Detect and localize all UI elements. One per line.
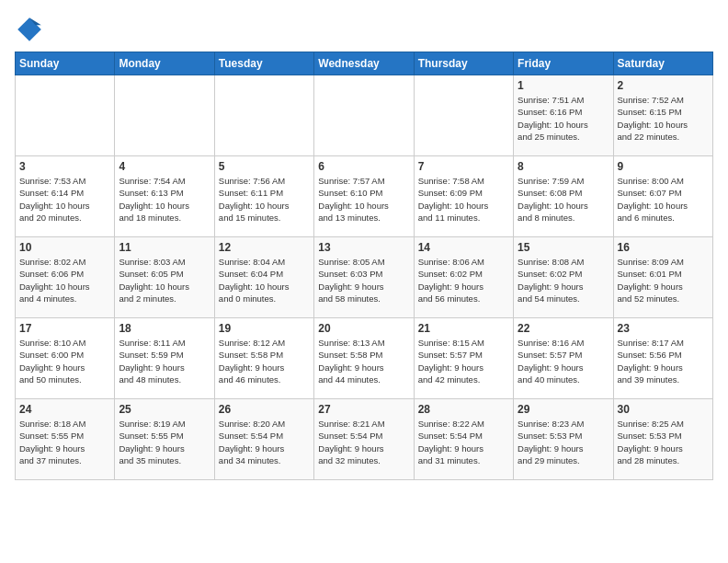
day-cell: 14Sunrise: 8:06 AM Sunset: 6:02 PM Dayli… [414,237,513,318]
day-number: 21 [418,322,509,335]
header-cell-friday: Friday [514,52,613,75]
day-number: 20 [318,322,409,335]
day-number: 7 [418,160,509,173]
day-number: 24 [19,403,110,416]
day-cell: 21Sunrise: 8:15 AM Sunset: 5:57 PM Dayli… [414,318,513,399]
day-number: 13 [318,241,409,254]
day-info: Sunrise: 7:54 AM Sunset: 6:13 PM Dayligh… [119,175,210,224]
day-cell: 9Sunrise: 8:00 AM Sunset: 6:07 PM Daylig… [613,156,712,237]
day-cell: 4Sunrise: 7:54 AM Sunset: 6:13 PM Daylig… [115,156,214,237]
day-cell: 16Sunrise: 8:09 AM Sunset: 6:01 PM Dayli… [613,237,712,318]
header-cell-thursday: Thursday [414,52,513,75]
day-info: Sunrise: 8:22 AM Sunset: 5:54 PM Dayligh… [418,418,509,466]
day-info: Sunrise: 8:00 AM Sunset: 6:07 PM Dayligh… [618,175,709,224]
calendar-header: SundayMondayTuesdayWednesdayThursdayFrid… [16,52,713,75]
day-info: Sunrise: 8:16 AM Sunset: 5:57 PM Dayligh… [518,337,609,385]
day-cell: 13Sunrise: 8:05 AM Sunset: 6:03 PM Dayli… [314,237,414,318]
day-info: Sunrise: 8:12 AM Sunset: 5:58 PM Dayligh… [219,337,310,385]
day-number: 23 [618,322,709,335]
day-cell: 24Sunrise: 8:18 AM Sunset: 5:55 PM Dayli… [16,399,115,480]
week-row-3: 10Sunrise: 8:02 AM Sunset: 6:06 PM Dayli… [16,237,713,318]
day-info: Sunrise: 8:18 AM Sunset: 5:55 PM Dayligh… [19,418,110,466]
week-row-2: 3Sunrise: 7:53 AM Sunset: 6:14 PM Daylig… [16,156,713,237]
day-info: Sunrise: 8:19 AM Sunset: 5:55 PM Dayligh… [119,418,210,466]
day-info: Sunrise: 8:08 AM Sunset: 6:02 PM Dayligh… [518,256,609,304]
day-number: 28 [418,403,509,416]
day-cell: 20Sunrise: 8:13 AM Sunset: 5:58 PM Dayli… [314,318,414,399]
day-info: Sunrise: 8:11 AM Sunset: 5:59 PM Dayligh… [119,337,210,385]
calendar-body: 1Sunrise: 7:51 AM Sunset: 6:16 PM Daylig… [16,75,713,480]
day-cell: 22Sunrise: 8:16 AM Sunset: 5:57 PM Dayli… [514,318,613,399]
day-info: Sunrise: 8:04 AM Sunset: 6:04 PM Dayligh… [219,256,310,304]
day-number: 19 [219,322,310,335]
day-number: 27 [318,403,409,416]
day-number: 1 [518,79,609,92]
logo-icon [15,15,44,44]
day-cell: 19Sunrise: 8:12 AM Sunset: 5:58 PM Dayli… [214,318,313,399]
logo [15,15,48,44]
day-number: 14 [418,241,509,254]
header-row: SundayMondayTuesdayWednesdayThursdayFrid… [16,52,713,75]
day-info: Sunrise: 7:53 AM Sunset: 6:14 PM Dayligh… [19,175,110,224]
header-cell-wednesday: Wednesday [314,52,414,75]
day-number: 15 [518,241,609,254]
day-number: 16 [618,241,709,254]
day-cell: 27Sunrise: 8:21 AM Sunset: 5:54 PM Dayli… [314,399,414,480]
day-info: Sunrise: 8:10 AM Sunset: 6:00 PM Dayligh… [19,337,110,385]
day-cell: 26Sunrise: 8:20 AM Sunset: 5:54 PM Dayli… [214,399,313,480]
day-cell: 5Sunrise: 7:56 AM Sunset: 6:11 PM Daylig… [214,156,313,237]
day-cell: 1Sunrise: 7:51 AM Sunset: 6:16 PM Daylig… [514,75,613,156]
day-info: Sunrise: 8:15 AM Sunset: 5:57 PM Dayligh… [418,337,509,385]
day-cell: 12Sunrise: 8:04 AM Sunset: 6:04 PM Dayli… [214,237,313,318]
day-info: Sunrise: 7:56 AM Sunset: 6:11 PM Dayligh… [219,175,310,224]
day-cell [414,75,513,156]
day-info: Sunrise: 8:21 AM Sunset: 5:54 PM Dayligh… [318,418,409,466]
day-info: Sunrise: 7:59 AM Sunset: 6:08 PM Dayligh… [518,175,609,224]
day-info: Sunrise: 8:23 AM Sunset: 5:53 PM Dayligh… [518,418,609,466]
day-number: 12 [219,241,310,254]
day-info: Sunrise: 8:06 AM Sunset: 6:02 PM Dayligh… [418,256,509,304]
day-number: 8 [518,160,609,173]
calendar-table: SundayMondayTuesdayWednesdayThursdayFrid… [15,52,713,480]
day-cell [314,75,414,156]
svg-marker-0 [17,17,41,41]
day-number: 17 [19,322,110,335]
day-cell: 10Sunrise: 8:02 AM Sunset: 6:06 PM Dayli… [16,237,115,318]
day-number: 2 [618,79,709,92]
day-number: 5 [219,160,310,173]
day-number: 26 [219,403,310,416]
day-info: Sunrise: 8:02 AM Sunset: 6:06 PM Dayligh… [19,256,110,304]
day-cell: 2Sunrise: 7:52 AM Sunset: 6:15 PM Daylig… [613,75,712,156]
day-number: 22 [518,322,609,335]
day-info: Sunrise: 8:09 AM Sunset: 6:01 PM Dayligh… [618,256,709,304]
day-cell: 29Sunrise: 8:23 AM Sunset: 5:53 PM Dayli… [514,399,613,480]
header-cell-sunday: Sunday [16,52,115,75]
day-number: 10 [19,241,110,254]
header-cell-tuesday: Tuesday [214,52,313,75]
day-cell: 6Sunrise: 7:57 AM Sunset: 6:10 PM Daylig… [314,156,414,237]
day-cell: 18Sunrise: 8:11 AM Sunset: 5:59 PM Dayli… [115,318,214,399]
day-info: Sunrise: 8:25 AM Sunset: 5:53 PM Dayligh… [618,418,709,466]
day-cell: 25Sunrise: 8:19 AM Sunset: 5:55 PM Dayli… [115,399,214,480]
day-info: Sunrise: 7:57 AM Sunset: 6:10 PM Dayligh… [318,175,409,224]
day-info: Sunrise: 8:13 AM Sunset: 5:58 PM Dayligh… [318,337,409,385]
day-cell: 7Sunrise: 7:58 AM Sunset: 6:09 PM Daylig… [414,156,513,237]
header-cell-monday: Monday [115,52,214,75]
day-number: 3 [19,160,110,173]
day-cell: 3Sunrise: 7:53 AM Sunset: 6:14 PM Daylig… [16,156,115,237]
day-number: 30 [618,403,709,416]
day-number: 9 [618,160,709,173]
day-info: Sunrise: 7:58 AM Sunset: 6:09 PM Dayligh… [418,175,509,224]
day-info: Sunrise: 7:51 AM Sunset: 6:16 PM Dayligh… [518,94,609,143]
day-cell: 15Sunrise: 8:08 AM Sunset: 6:02 PM Dayli… [514,237,613,318]
header-cell-saturday: Saturday [613,52,712,75]
week-row-4: 17Sunrise: 8:10 AM Sunset: 6:00 PM Dayli… [16,318,713,399]
day-number: 4 [119,160,210,173]
day-number: 18 [119,322,210,335]
page-header [15,15,713,44]
day-cell [115,75,214,156]
day-cell: 28Sunrise: 8:22 AM Sunset: 5:54 PM Dayli… [414,399,513,480]
day-number: 6 [318,160,409,173]
day-cell: 17Sunrise: 8:10 AM Sunset: 6:00 PM Dayli… [16,318,115,399]
day-info: Sunrise: 7:52 AM Sunset: 6:15 PM Dayligh… [618,94,709,143]
